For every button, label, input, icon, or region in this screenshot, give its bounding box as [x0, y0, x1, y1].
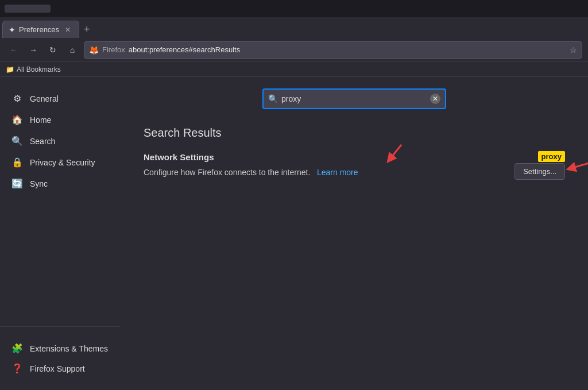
settings-button-wrapper: proxy Settings...: [514, 151, 565, 180]
forward-button[interactable]: →: [25, 42, 41, 58]
section-title: Search Results: [144, 126, 565, 140]
tab-close-button[interactable]: ✕: [63, 25, 73, 35]
content-area: 🔍 ✕ Search Results Network Settings: [121, 77, 588, 390]
sidebar-item-privacy-label: Privacy & Security: [30, 158, 95, 167]
bookmarks-bar: 📁 All Bookmarks: [0, 62, 588, 77]
bookmark-star-icon[interactable]: ☆: [570, 45, 577, 55]
sidebar-item-home[interactable]: 🏠 Home: [0, 110, 121, 130]
bookmarks-label: All Bookmarks: [17, 65, 61, 74]
nav-bar: ← → ↻ ⌂ 🦊 Firefox about:preferences#sear…: [0, 38, 588, 62]
title-bar: [0, 0, 588, 17]
result-row: Network Settings Configure how Firefox c…: [144, 151, 565, 180]
browser-label: Firefox: [102, 45, 125, 54]
url-text: about:preferences#searchResults: [129, 45, 566, 54]
search-box-container: 🔍 ✕: [144, 88, 565, 109]
search-clear-button[interactable]: ✕: [430, 94, 440, 104]
sidebar-item-general[interactable]: ⚙ General: [0, 88, 121, 109]
refresh-button[interactable]: ↻: [45, 42, 61, 58]
search-box[interactable]: 🔍 ✕: [262, 88, 446, 109]
sidebar-item-privacy[interactable]: 🔒 Privacy & Security: [0, 152, 121, 172]
sidebar-item-extensions[interactable]: 🧩 Extensions & Themes: [0, 338, 121, 358]
sync-icon: 🔄: [11, 178, 23, 189]
general-icon: ⚙: [11, 93, 23, 104]
tabs-row: ✦ Preferences ✕ +: [0, 17, 588, 38]
sidebar-item-support-label: Firefox Support: [30, 364, 85, 373]
preferences-tab[interactable]: ✦ Preferences ✕: [2, 21, 79, 38]
home-icon: 🏠: [11, 114, 23, 125]
sidebar: ⚙ General 🏠 Home 🔍 Search 🔒 Privacy & Se…: [0, 77, 121, 390]
tab-icon: ✦: [9, 25, 16, 34]
search-icon: 🔍: [268, 94, 278, 103]
main-content: ⚙ General 🏠 Home 🔍 Search 🔒 Privacy & Se…: [0, 77, 588, 390]
bookmarks-folder-icon: 📁: [6, 65, 14, 74]
url-bar[interactable]: 🦊 Firefox about:preferences#searchResult…: [84, 41, 582, 59]
sidebar-item-search[interactable]: 🔍 Search: [0, 131, 121, 151]
sidebar-item-search-label: Search: [30, 137, 55, 146]
settings-arrow-annotation: [562, 157, 588, 180]
new-tab-button[interactable]: +: [79, 21, 95, 38]
sidebar-item-sync[interactable]: 🔄 Sync: [0, 173, 121, 194]
sidebar-item-support[interactable]: ❓ Firefox Support: [0, 358, 121, 379]
sidebar-bottom: 🧩 Extensions & Themes ❓ Firefox Support: [0, 326, 121, 379]
proxy-highlight: proxy: [538, 151, 565, 162]
search-input[interactable]: [281, 94, 427, 103]
sidebar-item-home-label: Home: [30, 115, 51, 125]
description-text: Configure how Firefox connects to the in…: [144, 168, 310, 177]
home-button[interactable]: ⌂: [64, 42, 80, 58]
result-description: Configure how Firefox connects to the in…: [144, 167, 358, 179]
result-title: Network Settings: [144, 152, 358, 162]
extensions-icon: 🧩: [11, 343, 23, 354]
tab-label: Preferences: [19, 25, 59, 34]
result-left: Network Settings Configure how Firefox c…: [144, 152, 358, 179]
learn-more-link[interactable]: Learn more: [317, 168, 358, 177]
back-button[interactable]: ←: [6, 42, 22, 58]
sidebar-item-general-label: General: [30, 94, 59, 103]
sidebar-item-extensions-label: Extensions & Themes: [30, 344, 108, 353]
settings-button[interactable]: Settings...: [514, 163, 565, 180]
support-icon: ❓: [11, 363, 23, 374]
url-favicon: 🦊: [89, 45, 99, 55]
search-nav-icon: 🔍: [11, 136, 23, 146]
result-section: Network Settings Configure how Firefox c…: [144, 151, 565, 180]
title-bar-spacer: [5, 5, 51, 13]
privacy-icon: 🔒: [11, 157, 23, 168]
sidebar-item-sync-label: Sync: [30, 179, 48, 188]
svg-line-3: [571, 163, 588, 168]
